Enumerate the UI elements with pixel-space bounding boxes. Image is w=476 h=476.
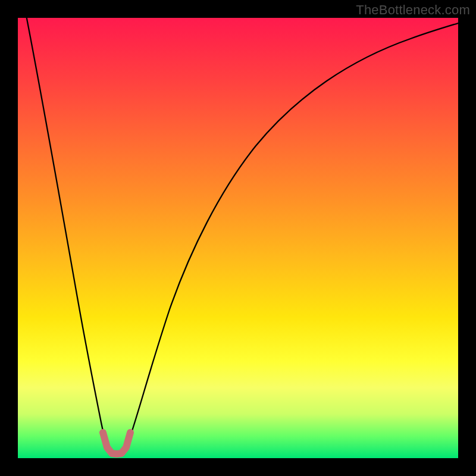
chart-frame: TheBottleneck.com (0, 0, 476, 476)
chart-plot-area (18, 18, 458, 458)
chart-svg (18, 18, 458, 458)
watermark-text: TheBottleneck.com (356, 2, 470, 18)
optimal-marker (103, 433, 130, 454)
bottleneck-curve (27, 18, 458, 455)
